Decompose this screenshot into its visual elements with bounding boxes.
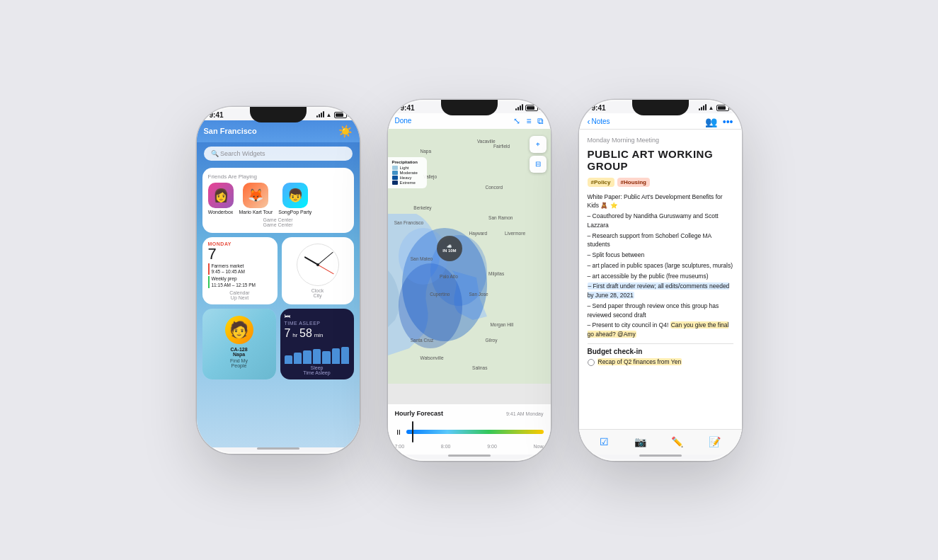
notes-content: Monday Morning Meeting PUBLIC ART WORKIN… — [579, 130, 742, 376]
compose-icon[interactable]: 📝 — [709, 436, 721, 447]
signal-icon-1 — [316, 112, 324, 118]
budget-section: Budget check-in Recap of Q2 finances fro… — [588, 348, 733, 366]
home-indicator-2 — [448, 455, 491, 457]
widgets-city-title: San Francisco — [204, 127, 257, 135]
notch-1 — [250, 107, 307, 122]
clock-widget[interactable]: Clock City — [282, 237, 354, 305]
screen-maps: Done ⤡ ≡ ⧉ — [388, 113, 551, 455]
findmy-label: Find My People — [207, 358, 272, 368]
name-songpop: SongPop Party — [278, 210, 311, 215]
label-santacruz: Santa Cruz — [411, 338, 434, 343]
battery-icon-1 — [334, 112, 347, 118]
game-center-title: Friends Are Playing — [208, 173, 348, 180]
notch-3 — [632, 100, 689, 115]
location-icon[interactable]: ⤡ — [513, 116, 520, 126]
cal-event-1: Farmers market 9:45 – 10:45 AM — [208, 263, 272, 275]
label-cupertino: Cupertino — [430, 292, 450, 297]
friend-wonderbox: 👩 Wonderbox — [208, 183, 234, 215]
chevron-left-icon: ‹ — [588, 117, 590, 127]
layers-icon[interactable]: ⧉ — [537, 116, 544, 126]
forecast-title: Hourly Forecast — [395, 410, 444, 417]
legend-title: Precipitation — [392, 160, 423, 164]
notes-body: White Paper: Public Art's Development Be… — [588, 193, 733, 339]
cal-event-2: Weekly prep 11:15 AM – 12:15 PM — [208, 276, 272, 288]
budget-checkbox[interactable] — [588, 359, 595, 366]
label-sanjose: San Jose — [469, 292, 488, 297]
label-salinas: Salinas — [472, 365, 487, 370]
phone-maps: 9:41 Done ⤡ ≡ ⧉ — [388, 100, 551, 461]
markup-icon[interactable]: ✏️ — [671, 436, 683, 447]
map-legend: Precipitation Light Moderate Heavy — [388, 157, 427, 188]
play-pause-button[interactable]: ⏸ — [395, 428, 402, 435]
calendar-widget[interactable]: MONDAY 7 Farmers market 9:45 – 10:45 AM … — [202, 237, 278, 305]
forecast-playhead — [412, 421, 413, 442]
label-gilroy: Gilroy — [486, 338, 498, 343]
sleep-label: Sleep Time Asleep — [285, 365, 350, 375]
signal-icon-3 — [699, 105, 707, 110]
scene: 9:41 ▲ San Francisco ☀️ 🔍 Sear — [0, 0, 938, 560]
name-wonderbox: Wonderbox — [208, 210, 234, 215]
sleep-bars-chart — [285, 343, 350, 364]
findmy-route: CA-128Napa — [207, 347, 272, 357]
friend-songpop: 👦 SongPop Party — [278, 183, 311, 215]
forecast-bar — [406, 430, 544, 434]
paper-title: White Paper: Public Art's Development Be… — [588, 193, 733, 211]
maps-forecast: Hourly Forecast 9:41 AM Monday ⏸ 7:00 8:… — [388, 404, 551, 455]
notes-back-label: Notes — [592, 118, 610, 125]
budget-title: Budget check-in — [588, 348, 733, 355]
checklist-icon[interactable]: ☑ — [600, 436, 609, 447]
weather-badge: ☁️ IN 10M — [437, 236, 462, 261]
signal-icon-2 — [515, 105, 523, 110]
follow-up-1: – Send paper through review once this gr… — [588, 302, 733, 320]
weather-icon-header: ☀️ — [338, 125, 353, 138]
search-widgets-bar[interactable]: 🔍 Search Widgets — [204, 147, 353, 161]
cal-day: MONDAY — [208, 241, 272, 246]
findmy-sleep-row: 🧑 CA-128Napa Find My People 🛏 TIME ASLEE… — [202, 309, 354, 379]
highlight-draft-text: – First draft under review; all edits/co… — [588, 282, 730, 299]
status-icons-2 — [515, 105, 538, 111]
notes-main-heading: PUBLIC ART WORKING GROUP — [588, 148, 733, 172]
label-concord: Concord — [486, 185, 503, 190]
game-center-widget[interactable]: Friends Are Playing 👩 Wonderbox 🦊 Mario … — [202, 168, 354, 233]
widgets-header: San Francisco ☀️ — [197, 120, 360, 142]
avatar-wonderbox: 👩 — [208, 183, 234, 208]
forecast-time-labels: 7:00 8:00 9:00 Now — [395, 444, 544, 449]
layers-btn[interactable]: ⊟ — [530, 156, 547, 173]
label-hayward: Hayward — [469, 231, 488, 236]
ellipsis-icon[interactable]: ••• — [723, 116, 733, 127]
home-indicator-1 — [257, 447, 299, 450]
findmy-widget[interactable]: 🧑 CA-128Napa Find My People — [202, 309, 276, 379]
camera-icon[interactable]: 📷 — [634, 436, 646, 447]
maps-done-button[interactable]: Done — [395, 117, 412, 125]
item-2: – Split focus between — [588, 251, 733, 260]
friend-mariokart: 🦊 Mario Kart Tour — [239, 183, 273, 215]
list-icon[interactable]: ≡ — [526, 116, 531, 126]
clock-face — [297, 244, 339, 286]
forecast-datetime: 9:41 AM Monday — [506, 411, 544, 416]
notes-action-buttons: 👥 ••• — [705, 116, 733, 127]
tag-policy: #Policy — [588, 178, 614, 187]
location-btn[interactable]: ⌖ — [530, 136, 547, 153]
notes-toolbar: ☑ 📷 ✏️ 📝 — [579, 429, 742, 455]
phone-notes: 9:41 ▲ ‹ Notes — [579, 100, 742, 461]
home-indicator-3 — [639, 455, 682, 457]
notes-divider — [588, 343, 733, 344]
maps-action-icons: ⤡ ≡ ⧉ — [513, 116, 543, 126]
status-icons-1: ▲ — [316, 112, 347, 118]
status-time-1: 9:41 — [210, 111, 224, 119]
notes-back-button[interactable]: ‹ Notes — [588, 117, 610, 127]
sleep-icon: 🛏 — [285, 313, 350, 319]
label-vacaville: Vacaville — [477, 139, 496, 144]
widgets-list: Friends Are Playing 👩 Wonderbox 🦊 Mario … — [197, 165, 360, 383]
budget-item-text: Recap of Q2 finances from Yen — [597, 358, 682, 365]
wifi-icon-3: ▲ — [709, 105, 714, 111]
forecast-time-8: 8:00 — [441, 444, 451, 449]
item-4: – art accessible by the public (free mus… — [588, 272, 733, 281]
clock-minute-hand — [317, 251, 333, 265]
clock-center-dot — [316, 263, 319, 266]
people-icon[interactable]: 👥 — [705, 116, 717, 127]
label-berkeley: Berkeley — [413, 205, 431, 210]
notch-2 — [441, 100, 498, 115]
map-controls: ⌖ ⊟ — [530, 136, 547, 173]
sleep-widget[interactable]: 🛏 TIME ASLEEP 7 hr 58 min — [280, 309, 354, 379]
